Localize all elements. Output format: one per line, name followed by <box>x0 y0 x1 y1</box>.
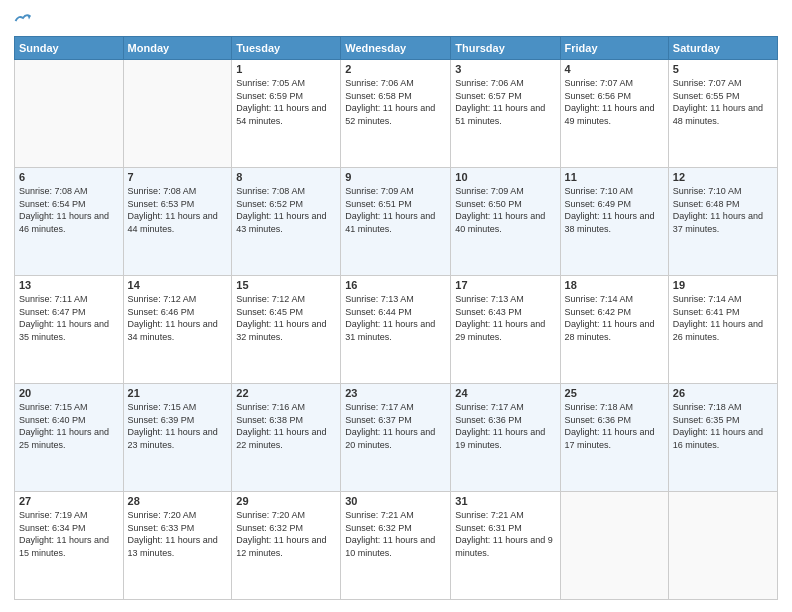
calendar-cell: 9Sunrise: 7:09 AM Sunset: 6:51 PM Daylig… <box>341 168 451 276</box>
day-number: 17 <box>455 279 555 291</box>
day-number: 23 <box>345 387 446 399</box>
calendar-cell: 10Sunrise: 7:09 AM Sunset: 6:50 PM Dayli… <box>451 168 560 276</box>
day-number: 10 <box>455 171 555 183</box>
calendar-cell: 4Sunrise: 7:07 AM Sunset: 6:56 PM Daylig… <box>560 60 668 168</box>
day-number: 16 <box>345 279 446 291</box>
day-number: 14 <box>128 279 228 291</box>
day-number: 20 <box>19 387 119 399</box>
calendar-cell: 11Sunrise: 7:10 AM Sunset: 6:49 PM Dayli… <box>560 168 668 276</box>
calendar-cell: 26Sunrise: 7:18 AM Sunset: 6:35 PM Dayli… <box>668 384 777 492</box>
calendar-cell: 8Sunrise: 7:08 AM Sunset: 6:52 PM Daylig… <box>232 168 341 276</box>
calendar-cell <box>123 60 232 168</box>
day-number: 11 <box>565 171 664 183</box>
page: SundayMondayTuesdayWednesdayThursdayFrid… <box>0 0 792 612</box>
header-wednesday: Wednesday <box>341 37 451 60</box>
day-info: Sunrise: 7:06 AM Sunset: 6:58 PM Dayligh… <box>345 77 446 127</box>
day-info: Sunrise: 7:16 AM Sunset: 6:38 PM Dayligh… <box>236 401 336 451</box>
day-number: 19 <box>673 279 773 291</box>
calendar-cell: 24Sunrise: 7:17 AM Sunset: 6:36 PM Dayli… <box>451 384 560 492</box>
calendar-cell: 6Sunrise: 7:08 AM Sunset: 6:54 PM Daylig… <box>15 168 124 276</box>
day-info: Sunrise: 7:12 AM Sunset: 6:46 PM Dayligh… <box>128 293 228 343</box>
header-saturday: Saturday <box>668 37 777 60</box>
calendar-cell: 7Sunrise: 7:08 AM Sunset: 6:53 PM Daylig… <box>123 168 232 276</box>
calendar-cell: 3Sunrise: 7:06 AM Sunset: 6:57 PM Daylig… <box>451 60 560 168</box>
day-info: Sunrise: 7:20 AM Sunset: 6:33 PM Dayligh… <box>128 509 228 559</box>
calendar-cell: 22Sunrise: 7:16 AM Sunset: 6:38 PM Dayli… <box>232 384 341 492</box>
day-info: Sunrise: 7:09 AM Sunset: 6:50 PM Dayligh… <box>455 185 555 235</box>
week-row-0: 1Sunrise: 7:05 AM Sunset: 6:59 PM Daylig… <box>15 60 778 168</box>
header-row: SundayMondayTuesdayWednesdayThursdayFrid… <box>15 37 778 60</box>
day-number: 9 <box>345 171 446 183</box>
day-info: Sunrise: 7:10 AM Sunset: 6:49 PM Dayligh… <box>565 185 664 235</box>
day-number: 31 <box>455 495 555 507</box>
day-number: 5 <box>673 63 773 75</box>
day-info: Sunrise: 7:21 AM Sunset: 6:31 PM Dayligh… <box>455 509 555 559</box>
day-number: 24 <box>455 387 555 399</box>
header-tuesday: Tuesday <box>232 37 341 60</box>
calendar-table: SundayMondayTuesdayWednesdayThursdayFrid… <box>14 36 778 600</box>
day-info: Sunrise: 7:08 AM Sunset: 6:53 PM Dayligh… <box>128 185 228 235</box>
day-info: Sunrise: 7:14 AM Sunset: 6:42 PM Dayligh… <box>565 293 664 343</box>
day-number: 21 <box>128 387 228 399</box>
calendar-cell: 23Sunrise: 7:17 AM Sunset: 6:37 PM Dayli… <box>341 384 451 492</box>
header <box>14 12 778 30</box>
day-number: 22 <box>236 387 336 399</box>
logo <box>14 12 34 30</box>
calendar-cell: 28Sunrise: 7:20 AM Sunset: 6:33 PM Dayli… <box>123 492 232 600</box>
calendar-cell: 27Sunrise: 7:19 AM Sunset: 6:34 PM Dayli… <box>15 492 124 600</box>
day-info: Sunrise: 7:18 AM Sunset: 6:35 PM Dayligh… <box>673 401 773 451</box>
calendar-cell: 19Sunrise: 7:14 AM Sunset: 6:41 PM Dayli… <box>668 276 777 384</box>
day-info: Sunrise: 7:15 AM Sunset: 6:40 PM Dayligh… <box>19 401 119 451</box>
calendar-cell: 16Sunrise: 7:13 AM Sunset: 6:44 PM Dayli… <box>341 276 451 384</box>
day-info: Sunrise: 7:08 AM Sunset: 6:54 PM Dayligh… <box>19 185 119 235</box>
calendar-cell: 25Sunrise: 7:18 AM Sunset: 6:36 PM Dayli… <box>560 384 668 492</box>
day-info: Sunrise: 7:07 AM Sunset: 6:55 PM Dayligh… <box>673 77 773 127</box>
day-number: 7 <box>128 171 228 183</box>
calendar-cell: 21Sunrise: 7:15 AM Sunset: 6:39 PM Dayli… <box>123 384 232 492</box>
calendar-cell: 5Sunrise: 7:07 AM Sunset: 6:55 PM Daylig… <box>668 60 777 168</box>
day-number: 1 <box>236 63 336 75</box>
calendar-cell <box>560 492 668 600</box>
calendar-cell: 20Sunrise: 7:15 AM Sunset: 6:40 PM Dayli… <box>15 384 124 492</box>
day-info: Sunrise: 7:07 AM Sunset: 6:56 PM Dayligh… <box>565 77 664 127</box>
day-number: 26 <box>673 387 773 399</box>
day-info: Sunrise: 7:15 AM Sunset: 6:39 PM Dayligh… <box>128 401 228 451</box>
header-thursday: Thursday <box>451 37 560 60</box>
day-info: Sunrise: 7:21 AM Sunset: 6:32 PM Dayligh… <box>345 509 446 559</box>
week-row-1: 6Sunrise: 7:08 AM Sunset: 6:54 PM Daylig… <box>15 168 778 276</box>
header-sunday: Sunday <box>15 37 124 60</box>
day-number: 4 <box>565 63 664 75</box>
day-info: Sunrise: 7:17 AM Sunset: 6:37 PM Dayligh… <box>345 401 446 451</box>
day-number: 3 <box>455 63 555 75</box>
day-info: Sunrise: 7:13 AM Sunset: 6:44 PM Dayligh… <box>345 293 446 343</box>
day-info: Sunrise: 7:06 AM Sunset: 6:57 PM Dayligh… <box>455 77 555 127</box>
week-row-2: 13Sunrise: 7:11 AM Sunset: 6:47 PM Dayli… <box>15 276 778 384</box>
calendar-cell: 1Sunrise: 7:05 AM Sunset: 6:59 PM Daylig… <box>232 60 341 168</box>
day-number: 29 <box>236 495 336 507</box>
day-info: Sunrise: 7:12 AM Sunset: 6:45 PM Dayligh… <box>236 293 336 343</box>
day-number: 8 <box>236 171 336 183</box>
calendar-cell: 29Sunrise: 7:20 AM Sunset: 6:32 PM Dayli… <box>232 492 341 600</box>
day-info: Sunrise: 7:20 AM Sunset: 6:32 PM Dayligh… <box>236 509 336 559</box>
day-info: Sunrise: 7:19 AM Sunset: 6:34 PM Dayligh… <box>19 509 119 559</box>
day-number: 12 <box>673 171 773 183</box>
day-info: Sunrise: 7:05 AM Sunset: 6:59 PM Dayligh… <box>236 77 336 127</box>
day-info: Sunrise: 7:14 AM Sunset: 6:41 PM Dayligh… <box>673 293 773 343</box>
day-number: 2 <box>345 63 446 75</box>
day-info: Sunrise: 7:10 AM Sunset: 6:48 PM Dayligh… <box>673 185 773 235</box>
day-info: Sunrise: 7:11 AM Sunset: 6:47 PM Dayligh… <box>19 293 119 343</box>
day-number: 27 <box>19 495 119 507</box>
logo-icon <box>14 12 32 30</box>
day-info: Sunrise: 7:13 AM Sunset: 6:43 PM Dayligh… <box>455 293 555 343</box>
calendar-cell: 13Sunrise: 7:11 AM Sunset: 6:47 PM Dayli… <box>15 276 124 384</box>
day-number: 30 <box>345 495 446 507</box>
day-info: Sunrise: 7:08 AM Sunset: 6:52 PM Dayligh… <box>236 185 336 235</box>
calendar-cell: 30Sunrise: 7:21 AM Sunset: 6:32 PM Dayli… <box>341 492 451 600</box>
calendar-cell: 31Sunrise: 7:21 AM Sunset: 6:31 PM Dayli… <box>451 492 560 600</box>
day-info: Sunrise: 7:18 AM Sunset: 6:36 PM Dayligh… <box>565 401 664 451</box>
header-monday: Monday <box>123 37 232 60</box>
week-row-3: 20Sunrise: 7:15 AM Sunset: 6:40 PM Dayli… <box>15 384 778 492</box>
calendar-cell: 2Sunrise: 7:06 AM Sunset: 6:58 PM Daylig… <box>341 60 451 168</box>
calendar-cell: 14Sunrise: 7:12 AM Sunset: 6:46 PM Dayli… <box>123 276 232 384</box>
header-friday: Friday <box>560 37 668 60</box>
